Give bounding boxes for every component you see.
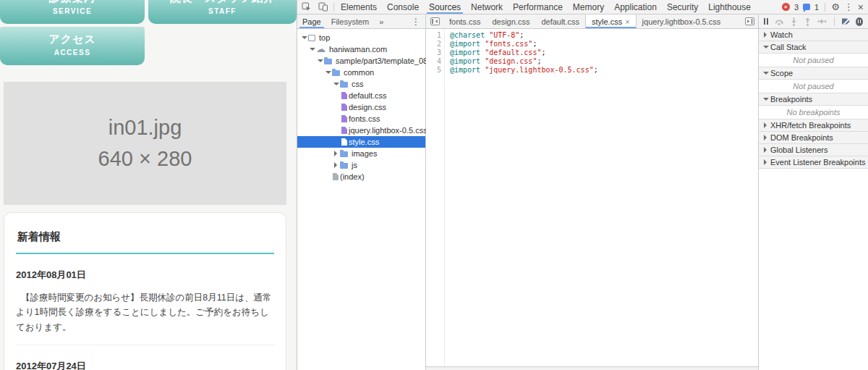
chevron-right-icon <box>334 162 340 168</box>
navigator-pane: Page Filesystem » ⋮ top ☁ haniwam <box>297 14 426 370</box>
tree-label: images <box>352 149 377 158</box>
css-file-icon <box>341 127 347 134</box>
error-badge-icon[interactable]: × <box>782 3 790 11</box>
tree-item-folder[interactable]: js <box>297 159 425 171</box>
line-number[interactable]: 5 <box>426 66 445 75</box>
section-scope[interactable]: Scope <box>759 67 868 80</box>
browser-page-area: 診療案内 SERVICE 院長・スタッフ紹介 STAFF アクセス ACCESS… <box>0 0 297 370</box>
nav-label-en: ACCESS <box>0 49 145 56</box>
line-number[interactable]: 2 <box>426 40 445 49</box>
folder-icon <box>340 163 348 169</box>
toolbar-separator <box>333 3 334 12</box>
tree-item-top[interactable]: top <box>297 32 425 43</box>
tree-item-stylesheet[interactable]: jquery.lightbox-0.5.css <box>297 125 425 136</box>
console-message-icon[interactable] <box>803 4 810 10</box>
debugger-toolbar <box>759 14 868 29</box>
section-global-listeners[interactable]: Global Listeners <box>759 144 868 156</box>
breakpoints-message: No breakpoints <box>759 106 868 119</box>
tab-security[interactable]: Security <box>662 0 703 14</box>
editor-tab-lightbox[interactable]: jquery.lightbox-0.5.css <box>637 14 727 28</box>
section-dom-breakpoints[interactable]: DOM Breakpoints <box>759 132 868 144</box>
section-event-listener-breakpoints[interactable]: Event Listener Breakpoints <box>759 156 868 169</box>
line-number[interactable]: 3 <box>426 49 445 57</box>
chevron-down-icon <box>763 46 769 51</box>
pause-script-icon[interactable] <box>764 18 768 25</box>
pause-on-exceptions-icon[interactable] <box>856 17 863 26</box>
chevron-right-icon <box>764 32 770 38</box>
folder-icon <box>340 151 348 157</box>
tree-item-folder[interactable]: images <box>297 148 425 159</box>
tab-performance[interactable]: Performance <box>508 0 568 14</box>
chevron-down-icon <box>318 59 323 65</box>
nav-button-staff[interactable]: 院長・スタッフ紹介 STAFF <box>148 0 297 24</box>
tree-item-stylesheet[interactable]: design.css <box>297 101 425 113</box>
image-placeholder: in01.jpg 640 × 280 <box>4 82 286 205</box>
editor-tab-design[interactable]: design.css <box>486 14 535 28</box>
chevron-down-icon <box>310 48 315 54</box>
tab-overflow-icon[interactable]: » <box>374 14 388 28</box>
tab-elements[interactable]: Elements <box>336 0 382 14</box>
news-item: 2012年07月24日 【8月の休診のお知らせ】8月12日〜16日の間は休診とさ… <box>16 360 274 370</box>
device-toolbar-icon[interactable] <box>315 0 332 14</box>
tree-label: sample/part3/template_08 <box>336 56 427 65</box>
gear-icon[interactable]: ⚙ <box>831 1 840 12</box>
deactivate-breakpoints-icon[interactable] <box>842 18 850 25</box>
section-xhr-breakpoints[interactable]: XHR/fetch Breakpoints <box>759 119 868 132</box>
tab-network[interactable]: Network <box>466 0 508 14</box>
tree-item-stylesheet[interactable]: fonts.css <box>297 113 425 125</box>
tab-lighthouse[interactable]: Lighthouse <box>703 0 756 14</box>
tree-item-stylesheet-selected[interactable]: style.css <box>297 136 425 148</box>
nav-label-en: STAFF <box>148 7 297 15</box>
navigator-tab-filesystem[interactable]: Filesystem <box>326 14 375 28</box>
editor-tab-style-active[interactable]: style.css × <box>585 14 637 28</box>
chevron-right-icon <box>334 151 340 156</box>
line-number[interactable]: 1 <box>426 31 445 40</box>
navigator-more-icon[interactable]: ⋮ <box>407 14 425 28</box>
tab-sources[interactable]: Sources <box>424 0 466 14</box>
navigator-toolbar: Page Filesystem » ⋮ <box>297 14 425 29</box>
step-out-icon[interactable] <box>804 17 812 26</box>
nav-label-jp: 診療案内 <box>0 0 145 5</box>
tree-label: fonts.css <box>349 114 380 123</box>
editor-tab-default[interactable]: default.css <box>535 14 585 28</box>
more-menu-icon[interactable]: ⋮ <box>844 1 854 12</box>
tab-memory[interactable]: Memory <box>568 0 609 14</box>
section-label: XHR/fetch Breakpoints <box>770 121 851 130</box>
step-over-icon[interactable] <box>774 17 784 25</box>
debugger-sidebar: Watch Call Stack Not paused Scope Not pa… <box>758 14 868 370</box>
folder-icon <box>340 82 348 88</box>
navigator-tab-page[interactable]: Page <box>297 14 326 28</box>
section-label: Global Listeners <box>770 146 828 154</box>
sources-panel: Page Filesystem » ⋮ top ☁ haniwam <box>297 14 868 370</box>
tree-item-stylesheet[interactable]: default.css <box>297 90 425 101</box>
editor-pane: fonts.css design.css default.css style.c… <box>426 14 758 370</box>
close-tab-icon[interactable]: × <box>625 17 629 26</box>
toggle-navigator-icon[interactable] <box>426 14 443 28</box>
section-watch[interactable]: Watch <box>759 29 868 41</box>
tab-console[interactable]: Console <box>382 0 424 14</box>
tree-item-folder[interactable]: css <box>297 78 425 90</box>
line-number[interactable]: 4 <box>426 57 445 66</box>
editor-tab-fonts[interactable]: fonts.css <box>443 14 486 28</box>
css-file-icon <box>341 92 347 99</box>
close-devtools-icon[interactable]: × <box>858 1 864 13</box>
inspect-element-icon[interactable] <box>297 0 315 14</box>
show-hidden-tabs-icon[interactable] <box>741 14 758 28</box>
section-call-stack[interactable]: Call Stack <box>759 41 868 54</box>
folder-icon <box>324 59 332 64</box>
tab-application[interactable]: Application <box>609 0 662 14</box>
editor-tabbar: fonts.css design.css default.css style.c… <box>426 14 758 29</box>
nav-button-service[interactable]: 診療案内 SERVICE <box>0 0 145 24</box>
tree-item-document[interactable]: (index) <box>297 171 425 182</box>
tree-item-domain[interactable]: ☁ haniwaman.com <box>297 43 425 55</box>
devtools-main-tabbar: Elements Console Sources Network Perform… <box>297 0 868 14</box>
tree-item-folder[interactable]: common <box>297 67 425 78</box>
step-icon[interactable] <box>817 17 827 25</box>
toolbar-separator <box>834 17 835 26</box>
chevron-right-icon <box>764 135 770 140</box>
nav-button-access[interactable]: アクセス ACCESS <box>0 27 145 65</box>
tree-item-folder[interactable]: sample/part3/template_08 <box>297 55 425 67</box>
step-into-icon[interactable] <box>790 17 798 26</box>
section-breakpoints[interactable]: Breakpoints <box>759 93 868 106</box>
code-editor[interactable]: 1 @charset"UTF-8"; 2 @import"fonts.css";… <box>426 29 758 370</box>
